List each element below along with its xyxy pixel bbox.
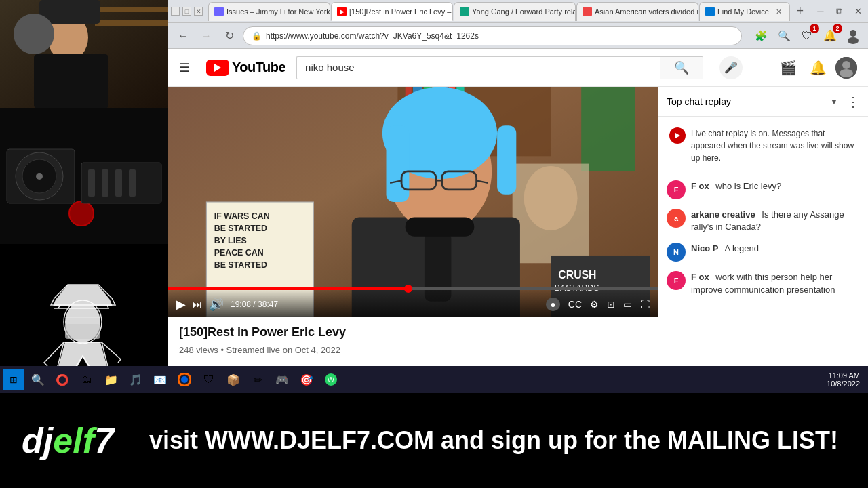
progress-bar[interactable]	[168, 287, 658, 290]
notifications-button[interactable]: 🔔	[806, 56, 830, 80]
back-button[interactable]: ←	[174, 26, 193, 45]
chat-message-3: N Nico P A legend	[664, 239, 863, 266]
notifications-browser-button[interactable]: 🔔 2	[821, 26, 840, 45]
taskbar-icon-mail[interactable]: 📧	[149, 369, 171, 390]
zoom-button[interactable]: 🔍	[774, 26, 793, 45]
search-icon: 🔍	[674, 60, 689, 75]
youtube-logo[interactable]: YouTube	[206, 60, 285, 76]
chat-message: F F ox who is Eric levy?	[664, 176, 863, 203]
search-taskbar-button[interactable]: 🔍	[27, 369, 49, 390]
search-input[interactable]	[296, 56, 660, 79]
tab-close-fmd-button[interactable]: ✕	[774, 7, 784, 16]
create-button[interactable]: 🎬	[776, 56, 800, 80]
mic-icon: 🎤	[724, 61, 738, 74]
svg-point-26	[842, 61, 850, 69]
youtube-logo-icon	[206, 60, 229, 76]
address-bar-row: ← → ↻ 🔒 https://www.youtube.com/watch?v=…	[168, 23, 868, 49]
taskbar-icon-folder[interactable]: 📁	[100, 369, 122, 390]
video-player[interactable]: CRUSH BASTARDS	[168, 87, 658, 317]
taskbar-icon-game[interactable]: 🎮	[271, 369, 293, 390]
settings-button[interactable]: ⚙	[590, 299, 599, 310]
chat-msg-2: arkane creative Is there any Assange ral…	[691, 209, 860, 233]
subtitles-button[interactable]: CC	[568, 299, 582, 310]
taskbar-icon-whatsapp[interactable]: W	[320, 369, 342, 390]
chat-more-options[interactable]: ⋮	[846, 94, 860, 110]
svg-rect-3	[95, 20, 168, 26]
tab-fmd-label: Find My Device	[717, 7, 769, 16]
chat-header: Top chat replay ▼ ⋮	[658, 87, 868, 117]
hamburger-menu-icon[interactable]: ☰	[179, 60, 190, 75]
voice-search-button[interactable]: 🎤	[719, 56, 743, 79]
next-button[interactable]: ⏭	[193, 299, 202, 310]
svg-text:CRUSH: CRUSH	[558, 269, 596, 281]
minimize-window-button[interactable]: ─	[812, 3, 829, 20]
tab-findmydevice[interactable]: Find My Device ✕	[699, 2, 790, 21]
svg-rect-2	[95, 7, 168, 12]
video-meta: 248 views • Streamed live on Oct 4, 2022	[179, 345, 647, 355]
taskbar-icon-target[interactable]: 🎯	[296, 369, 317, 390]
shield-icon-btn[interactable]: 🛡 1	[797, 26, 816, 45]
play-pause-button[interactable]: ▶	[176, 297, 186, 312]
toolbar-icons: 🧩 🔍 🛡 1 🔔 2	[751, 26, 863, 45]
tab-asian[interactable]: Asian American voters divided in NY... ✕	[576, 2, 698, 21]
url-text: https://www.youtube.com/watch?v=JKVa6Y_5…	[266, 31, 733, 41]
title-bar: ─ □ ✕ Issues – Jimmy Li for New York ✕ ▶…	[168, 0, 868, 23]
taskbar-clock: 11:09 AM 10/8/2022	[827, 371, 865, 388]
header-icons: 🎬 🔔	[776, 56, 857, 80]
taskbar-icon-media[interactable]: 🎵	[125, 369, 146, 390]
close-button[interactable]: ✕	[194, 7, 203, 16]
chat-message-4: F F ox work with this person help her im…	[664, 267, 863, 300]
tab-favicon-yang	[460, 7, 469, 16]
svg-point-66	[181, 376, 188, 383]
tab-youtube-active[interactable]: ▶ [150]Rest in Power Eric Levy – Yo... ✕	[331, 2, 453, 21]
bottom-bar: djelf7 visit WWW.DJELF7.COM and sign up …	[0, 393, 868, 488]
djelf-logo: djelf7	[0, 393, 136, 488]
taskbar-icon-browser[interactable]	[174, 369, 195, 390]
account-avatar[interactable]	[835, 57, 857, 79]
fullscreen-button[interactable]: ⛶	[640, 299, 650, 310]
address-bar[interactable]: 🔒 https://www.youtube.com/watch?v=JKVa6Y…	[243, 26, 742, 45]
webcam-top	[0, 0, 168, 108]
start-button[interactable]: ⊞	[3, 369, 24, 390]
chat-replay-dropdown[interactable]: ▼	[830, 97, 838, 106]
youtube-logo-text: YouTube	[232, 60, 285, 75]
forward-button[interactable]: →	[197, 26, 216, 45]
reload-button[interactable]: ↻	[220, 26, 239, 45]
search-button[interactable]: 🔍	[660, 56, 703, 79]
miniplayer-button[interactable]: ⊡	[607, 299, 615, 310]
svg-point-12	[69, 201, 94, 226]
restore-button[interactable]: □	[182, 7, 191, 16]
chat-avatar-fox2: F	[667, 271, 686, 290]
svg-text:BE STARTED: BE STARTED	[214, 224, 267, 233]
taskbar-icon-store[interactable]: 📦	[222, 369, 244, 390]
yt-content: CRUSH BASTARDS	[168, 87, 868, 393]
taskbar-icon-shield[interactable]: 🛡	[198, 369, 220, 390]
restore-window-button[interactable]: ⧉	[831, 3, 848, 20]
chat-avatar-fox1: F	[667, 180, 686, 199]
svg-point-40	[524, 166, 578, 230]
chat-avatar-nicop: N	[667, 243, 686, 262]
video-title: [150]Rest in Power Eric Levy	[179, 325, 647, 340]
file-explorer-button[interactable]: 🗂	[76, 369, 98, 390]
svg-rect-6	[34, 54, 108, 108]
svg-rect-16	[115, 169, 122, 197]
autoplay-toggle[interactable]: ●	[546, 298, 559, 311]
tab-yang[interactable]: Yang Gang / Forward Party related p... ✕	[454, 2, 576, 21]
bottom-message: visit WWW.DJELF7.COM and sign up for the…	[136, 426, 868, 455]
chat-msg-1: F ox who is Eric levy?	[691, 180, 781, 192]
minimize-button[interactable]: ─	[171, 7, 180, 16]
task-view-button[interactable]: ⭕	[52, 369, 73, 390]
taskbar-icon-edit[interactable]: ✏	[247, 369, 269, 390]
extensions-button[interactable]: 🧩	[751, 26, 770, 45]
profile-button[interactable]	[844, 26, 863, 45]
close-window-button[interactable]: ✕	[850, 3, 867, 20]
chat-notice-text: Live chat replay is on. Messages that ap…	[691, 127, 857, 164]
taskbar-time-display: 11:09 AM	[827, 371, 860, 380]
volume-button[interactable]: 🔊	[209, 297, 224, 312]
svg-rect-22	[65, 324, 100, 339]
tab-issues[interactable]: Issues – Jimmy Li for New York ✕	[208, 2, 330, 21]
theater-button[interactable]: ▭	[623, 299, 632, 310]
new-tab-button[interactable]: +	[791, 2, 810, 21]
svg-point-27	[840, 69, 853, 77]
chat-user-4: F ox	[691, 272, 709, 282]
